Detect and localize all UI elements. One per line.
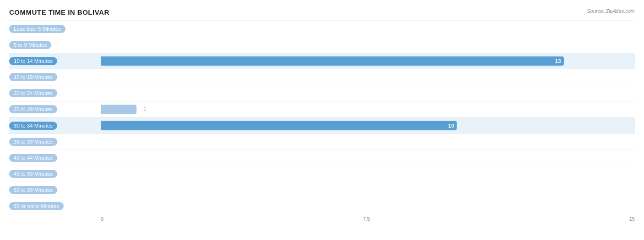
bar-row: 35 to 39 Minutes — [9, 134, 635, 150]
bar-label: 10 to 14 Minutes — [9, 57, 57, 65]
bar: 10 — [101, 121, 457, 130]
x-axis: 07.515 — [9, 214, 635, 222]
chart-title: COMMUTE TIME IN BOLIVAR — [9, 8, 109, 16]
bar-label: 25 to 29 Minutes — [9, 105, 57, 113]
bar-row: 25 to 29 Minutes1 — [9, 101, 635, 117]
bar-area — [101, 85, 635, 101]
bar-label: 5 to 9 Minutes — [9, 41, 51, 49]
bar-label: 20 to 24 Minutes — [9, 89, 57, 97]
bar-row: 20 to 24 Minutes — [9, 85, 635, 101]
bar-label: 35 to 39 Minutes — [9, 138, 57, 146]
chart-container: COMMUTE TIME IN BOLIVAR Source: ZipAtlas… — [0, 0, 644, 240]
bar-row: 30 to 34 Minutes10 — [9, 117, 635, 134]
bar-area — [101, 134, 635, 150]
bar-area — [101, 182, 635, 198]
bar-row: 60 to 89 Minutes — [9, 182, 635, 198]
bar-value: 13 — [555, 58, 561, 64]
chart-header: COMMUTE TIME IN BOLIVAR Source: ZipAtlas… — [9, 8, 635, 16]
bar-row: 5 to 9 Minutes — [9, 37, 635, 53]
label-area: 5 to 9 Minutes — [9, 41, 101, 49]
label-area: Less than 5 Minutes — [9, 25, 101, 33]
bar-row: 10 to 14 Minutes13 — [9, 53, 635, 69]
label-area: 60 to 89 Minutes — [9, 186, 101, 194]
bar-label: 60 to 89 Minutes — [9, 186, 57, 194]
bar-area — [101, 21, 635, 37]
bar-area — [101, 198, 635, 214]
bar-value: 10 — [448, 123, 454, 128]
x-axis-tick: 7.5 — [363, 216, 370, 222]
bar: 1 — [101, 105, 136, 114]
label-area: 25 to 29 Minutes — [9, 105, 101, 113]
bar-area: 1 — [101, 101, 635, 117]
bar-label: 15 to 19 Minutes — [9, 73, 57, 81]
label-area: 90 or more Minutes — [9, 202, 101, 210]
label-area: 45 to 59 Minutes — [9, 170, 101, 178]
chart-body: Less than 5 Minutes5 to 9 Minutes10 to 1… — [9, 21, 635, 214]
bar-area: 10 — [101, 117, 635, 133]
bar-row: 90 or more Minutes — [9, 198, 635, 214]
bar-label: 45 to 59 Minutes — [9, 170, 57, 178]
bar-label: Less than 5 Minutes — [9, 25, 65, 33]
label-area: 10 to 14 Minutes — [9, 57, 101, 65]
bar-area — [101, 69, 635, 85]
bar-label: 40 to 44 Minutes — [9, 154, 57, 162]
label-area: 20 to 24 Minutes — [9, 89, 101, 97]
bar-area — [101, 150, 635, 166]
bar-value: 1 — [143, 106, 146, 112]
x-axis-tick: 15 — [629, 216, 635, 222]
chart-source: Source: ZipAtlas.com — [587, 8, 635, 14]
bar-area — [101, 37, 635, 53]
x-axis-tick: 0 — [101, 216, 104, 222]
label-area: 15 to 19 Minutes — [9, 73, 101, 81]
bar-row: 45 to 59 Minutes — [9, 166, 635, 182]
bar-row: Less than 5 Minutes — [9, 21, 635, 37]
label-area: 30 to 34 Minutes — [9, 122, 101, 130]
bar: 13 — [101, 56, 564, 66]
bar-area: 13 — [101, 53, 635, 69]
label-area: 35 to 39 Minutes — [9, 138, 101, 146]
bar-row: 40 to 44 Minutes — [9, 150, 635, 166]
bar-row: 15 to 19 Minutes — [9, 69, 635, 85]
bar-label: 30 to 34 Minutes — [9, 122, 57, 130]
label-area: 40 to 44 Minutes — [9, 154, 101, 162]
bar-area — [101, 166, 635, 182]
bar-label: 90 or more Minutes — [9, 202, 64, 210]
